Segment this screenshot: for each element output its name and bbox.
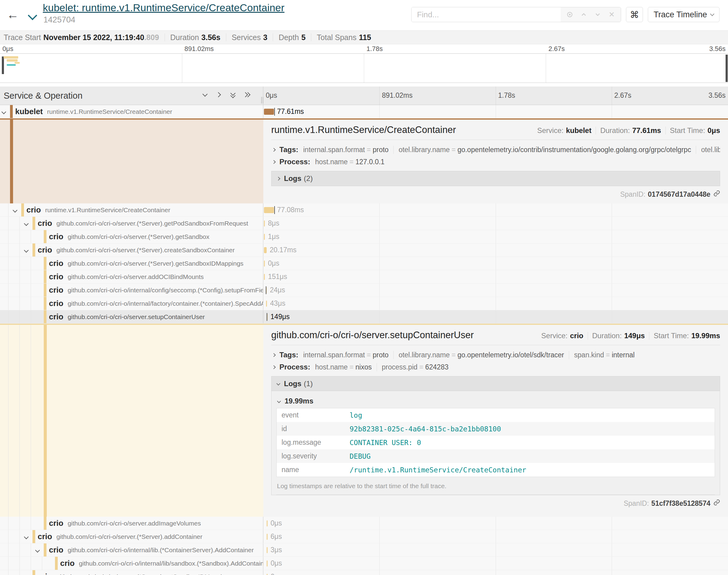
span-name-cell[interactable]: criogithub.com/cri-o/cri-o/server.addOCI… (0, 270, 263, 283)
deep-link-icon[interactable] (714, 190, 720, 199)
span-duration-label: 151μs (268, 273, 287, 281)
span-duration-label: 0μs (271, 573, 282, 575)
span-name-cell[interactable]: crioruntime.v1.RuntimeService/CreateCont… (0, 203, 263, 216)
back-arrow-icon[interactable]: ← (7, 8, 19, 21)
timeline-cell[interactable]: 77.61ms (263, 105, 728, 118)
span-duration-bar[interactable] (267, 547, 268, 553)
process-accordion[interactable]: Process: host.name=127.0.0.1 (271, 156, 720, 168)
span-name-cell[interactable]: kubeletruntime.v1.RuntimeService/CreateC… (0, 105, 263, 118)
span-row[interactable]: criogithub.com/cri-o/cri-o/server.(*Serv… (0, 230, 728, 243)
span-row[interactable]: criogithub.com/cri-o/cri-o/server.(*Serv… (0, 530, 728, 543)
span-row[interactable]: criogithub.com/cri-o/cri-o/server.(*Serv… (0, 257, 728, 270)
span-name-cell[interactable]: criogithub.com/cri-o/cri-o/server.setupC… (0, 310, 263, 323)
span-row[interactable]: criogithub.com/cri-o/cri-o/server.addIma… (0, 517, 728, 530)
tags-accordion[interactable]: Tags: internal.span.format=protootel.lib… (271, 349, 720, 361)
prev-match-icon[interactable] (578, 8, 590, 21)
span-name-cell[interactable]: criogithub.com/cri-o/cri-o/internal/fact… (0, 297, 263, 310)
span-duration-bar[interactable] (264, 221, 265, 227)
collapse-one-icon[interactable] (202, 91, 209, 99)
span-duration-bar[interactable] (264, 234, 265, 240)
span-duration-bar[interactable] (264, 274, 265, 280)
span-name-cell[interactable]: criogithub.com/cri-o/cri-o/internal/lib.… (0, 543, 263, 556)
keyboard-shortcuts-button[interactable]: ⌘ (626, 7, 643, 22)
service-name: crio (38, 532, 52, 541)
span-name-cell[interactable]: criogithub.com/cri-o/cri-o/server.(*Serv… (0, 243, 263, 257)
timeline-cell[interactable]: 0μs (263, 257, 728, 270)
trace-view-selector[interactable]: Trace Timeline (648, 7, 720, 22)
span-duration-bar[interactable] (267, 520, 268, 527)
span-name-cell[interactable]: criogithub.com/cri-o/cri-o/internal/lib/… (0, 557, 263, 570)
span-duration-bar[interactable] (264, 207, 274, 213)
timeline-cell[interactable]: 1μs (263, 230, 728, 243)
minimap-span (14, 62, 20, 64)
process-accordion[interactable]: Process: host.name=nixosprocess.pid=6242… (271, 361, 720, 373)
timeline-cell[interactable]: 0μs (263, 557, 728, 570)
span-name-cell[interactable]: criogithub.com/cri-o/cri-o/internal/conf… (0, 283, 263, 297)
span-name-cell[interactable]: criogithub.com/cri-o/cri-o/server.(*Serv… (0, 230, 263, 243)
timeline-cell[interactable]: 3μs (263, 543, 728, 556)
span-duration-bar[interactable] (267, 574, 268, 575)
timeline-cell[interactable]: 6μs (263, 530, 728, 543)
span-row[interactable]: criogithub.com/cri-o/cri-o/server.(*Serv… (0, 217, 728, 230)
span-duration-bar[interactable] (264, 109, 274, 115)
span-row[interactable]: criogithub.com/cri-o/cri-o/internal/lib.… (0, 543, 728, 557)
logs-accordion[interactable]: Logs (2) (271, 171, 720, 186)
timeline-cell[interactable]: 0μs (263, 517, 728, 530)
tag-item: host.name=nixos (315, 363, 372, 371)
span-row[interactable]: crioruntime.v1.RuntimeService/CreateCont… (0, 203, 728, 217)
minimap-right-handle[interactable] (726, 55, 728, 82)
span-duration-bar[interactable] (264, 261, 265, 267)
expand-one-icon[interactable] (216, 91, 224, 99)
trace-title-link[interactable]: kubelet: runtime.v1.RuntimeService/Creat… (43, 2, 285, 14)
timeline-cell[interactable]: 20.17ms (263, 243, 728, 257)
span-row[interactable]: criogithub.com/cri-o/cri-o/server.setupC… (0, 310, 728, 324)
minimap-left-handle[interactable] (2, 57, 4, 74)
timeline-cell[interactable]: 77.08ms (263, 203, 728, 216)
span-row[interactable]: criogithub.com/cri-o/cri-o/server.(*Serv… (0, 243, 728, 257)
timeline-cell[interactable]: 43μs (263, 297, 728, 310)
expand-all-icon[interactable] (243, 91, 252, 99)
minimap-canvas[interactable] (0, 54, 728, 83)
span-row[interactable]: criogithub.com/cri-o/cri-o/server.(*Serv… (0, 570, 728, 575)
span-row[interactable]: kubeletruntime.v1.RuntimeService/CreateC… (0, 105, 728, 119)
span-row[interactable]: criogithub.com/cri-o/cri-o/internal/conf… (0, 283, 728, 297)
service-name: crio (49, 299, 64, 308)
focus-match-icon[interactable] (564, 8, 576, 21)
tags-accordion[interactable]: Tags: internal.span.format=protootel.lib… (271, 144, 720, 156)
collapse-all-icon[interactable] (230, 91, 237, 99)
span-name-cell[interactable]: criogithub.com/cri-o/cri-o/server.(*Serv… (0, 570, 263, 575)
span-name-cell[interactable]: criogithub.com/cri-o/cri-o/server.(*Serv… (0, 257, 263, 270)
span-duration-label: 8μs (268, 219, 279, 227)
timeline-cell[interactable]: 8μs (263, 217, 728, 230)
service-name: crio (49, 285, 64, 295)
span-row[interactable]: criogithub.com/cri-o/cri-o/internal/fact… (0, 297, 728, 310)
log-marker-tick (267, 313, 267, 321)
span-duration-bar[interactable] (266, 301, 267, 307)
clear-find-icon[interactable]: ✕ (606, 8, 618, 21)
page-header: ← kubelet: runtime.v1.RuntimeService/Cre… (0, 0, 728, 30)
span-name-cell[interactable]: criogithub.com/cri-o/cri-o/server.(*Serv… (0, 217, 263, 230)
spanid-value: 51cf7f38e5128574 (652, 499, 710, 508)
span-row[interactable]: criogithub.com/cri-o/cri-o/server.addOCI… (0, 270, 728, 283)
chevron-right-icon (272, 353, 276, 357)
timeline-cell[interactable]: 151μs (263, 270, 728, 283)
span-name-cell[interactable]: criogithub.com/cri-o/cri-o/server.(*Serv… (0, 530, 263, 543)
deep-link-icon[interactable] (714, 499, 720, 508)
service-name: crio (38, 572, 52, 575)
logs-accordion[interactable]: Logs (1) (271, 376, 720, 391)
span-duration-bar[interactable] (267, 534, 268, 540)
tick-label: 2.67s (549, 45, 565, 53)
timeline-cell[interactable]: 0μs (263, 570, 728, 575)
collapse-trace-header-icon[interactable] (28, 11, 37, 20)
span-name-cell[interactable]: criogithub.com/cri-o/cri-o/server.addIma… (0, 517, 263, 530)
next-match-icon[interactable] (592, 8, 604, 21)
log-entry-accordion[interactable]: 19.99ms (276, 395, 715, 407)
span-row[interactable]: criogithub.com/cri-o/cri-o/internal/lib/… (0, 557, 728, 570)
span-duration-bar[interactable] (267, 561, 268, 567)
span-duration-bar[interactable] (264, 247, 267, 253)
chevron-down-icon (710, 12, 714, 16)
timeline-cell[interactable]: 149μs (263, 310, 728, 323)
timeline-cell[interactable]: 24μs (263, 283, 728, 297)
find-input[interactable] (411, 7, 561, 22)
chevron-down-icon (276, 382, 280, 385)
